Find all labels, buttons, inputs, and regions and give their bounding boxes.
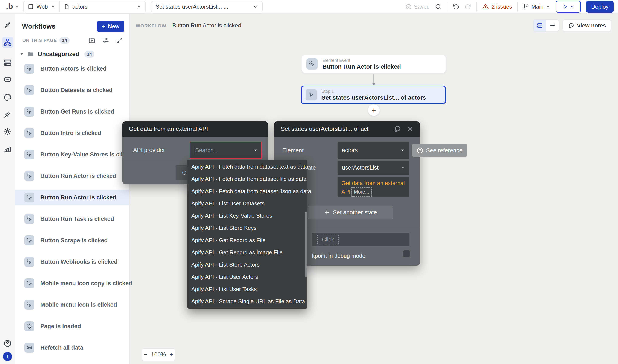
view-notes-button[interactable]: View notes — [563, 19, 611, 32]
save-status: Saved — [405, 3, 430, 10]
workflow-list-item[interactable]: Button Scrape is clicked — [15, 233, 129, 248]
close-icon[interactable] — [407, 126, 413, 132]
workflow-list-item[interactable]: Mobile menu icon copy is clicked — [15, 275, 129, 291]
expand-icon[interactable] — [116, 37, 123, 44]
api-provider-option[interactable]: Apify API - Fetch data from dataset file… — [187, 173, 307, 185]
styles-palette-icon[interactable] — [3, 93, 12, 102]
workflow-list-item[interactable]: Button Run Actor is clicked — [15, 168, 129, 184]
workflow-list-item[interactable]: Page is loaded — [15, 318, 129, 334]
help-icon[interactable] — [3, 339, 12, 348]
api-provider-option-label: Apify API - List User Tasks — [191, 286, 257, 293]
folder-row-uncategorized[interactable]: Uncategorized 14 — [19, 48, 94, 60]
dropdown-scrollbar-thumb[interactable] — [305, 212, 307, 277]
folder-icon — [27, 51, 34, 58]
workflow-breadcrumb-label: WORKFLOW: — [136, 23, 168, 29]
workflow-list-item[interactable]: Button Datasets is clicked — [15, 82, 129, 98]
platform-selector[interactable]: Web — [24, 1, 59, 12]
api-provider-option[interactable]: Apify API - List User Datasets — [187, 197, 307, 210]
api-provider-option-label: Apify API - List Store Actors — [191, 261, 260, 268]
api-provider-dropdown[interactable] — [190, 142, 262, 159]
workflow-selector[interactable]: Set states userActorsList... ... — [151, 1, 263, 13]
new-workflow-button[interactable]: + New — [97, 21, 124, 32]
see-reference-button[interactable]: See reference — [412, 144, 467, 157]
settings-gear-icon[interactable] — [3, 127, 12, 136]
value-expression-text[interactable]: Get data from an external API — [342, 180, 405, 195]
caret-down-icon[interactable] — [19, 51, 25, 57]
page-label: actors — [72, 3, 88, 10]
condition-field[interactable]: Click — [312, 233, 409, 246]
folder-count-badge: 14 — [84, 51, 94, 57]
add-folder-icon[interactable] — [88, 37, 96, 44]
logo-menu-chevron-icon[interactable] — [14, 4, 20, 9]
workflow-item-label: Button Run Actor is clicked — [40, 173, 116, 180]
set-states-dialog-header[interactable]: Set states userActorsList... of act — [274, 121, 420, 136]
api-provider-option[interactable]: Apify API - List Key-Value Stores — [187, 210, 307, 222]
search-icon[interactable] — [435, 3, 442, 10]
data-database-icon[interactable] — [3, 75, 12, 85]
deploy-button[interactable]: Deploy — [586, 1, 614, 13]
api-provider-option[interactable]: Apify API - Get Record as File — [187, 234, 307, 246]
bubble-logo[interactable]: .b — [6, 2, 13, 11]
workflow-list-item[interactable]: Button Key-Value Stores is clicked — [15, 147, 129, 162]
workflow-list-item[interactable]: Button Webhooks is clicked — [15, 254, 129, 270]
breakpoint-label-fragment: kpoint in debug mode — [312, 253, 366, 259]
set-another-state-button[interactable]: Set another state — [308, 206, 393, 219]
api-provider-search-input[interactable] — [195, 147, 253, 154]
logs-chart-icon[interactable] — [3, 144, 12, 154]
workflow-item-label: Button Scrape is clicked — [40, 237, 108, 244]
api-provider-option[interactable]: Apify API - Fetch data from dataset text… — [187, 161, 307, 173]
workflow-list-item[interactable]: Button Intro is clicked — [15, 125, 129, 141]
workflows-sitemap-icon[interactable] — [3, 38, 12, 47]
workflow-item-label: Button Webhooks is clicked — [40, 259, 118, 265]
api-provider-option[interactable]: Apify API - Fetch data from dataset Json… — [187, 185, 307, 197]
issues-indicator[interactable]: 2 issues — [482, 3, 512, 10]
branch-selector[interactable]: Main — [523, 3, 550, 10]
element-select[interactable]: actors — [338, 142, 409, 159]
list-view-button[interactable] — [546, 20, 559, 31]
click-placeholder[interactable]: Click — [317, 235, 339, 245]
add-step-button[interactable]: + — [368, 104, 380, 116]
comment-bubble-icon[interactable] — [394, 125, 401, 133]
chevron-down-icon — [136, 4, 142, 9]
workflow-breadcrumb-title: Button Run Actor is clicked — [172, 22, 241, 29]
workflow-list-item[interactable]: Button Get Runs is clicked — [15, 104, 129, 119]
zoom-out-button[interactable]: − — [143, 351, 148, 358]
api-provider-option[interactable]: Apify API - List Store Actors — [187, 259, 307, 271]
filter-sliders-icon[interactable] — [102, 37, 109, 44]
workflow-list-item[interactable]: Button Run Task is clicked — [15, 211, 129, 227]
workflow-item-icon-chip — [25, 128, 34, 138]
breakpoint-checkbox[interactable] — [403, 250, 410, 257]
more-button[interactable]: More... — [351, 187, 372, 197]
undo-icon[interactable] — [452, 3, 459, 10]
step-card-selected[interactable]: Step 1 Set states userActorsList... of a… — [301, 86, 446, 104]
api-provider-option[interactable]: Apify API - Scrape Single URL as File as… — [187, 295, 307, 308]
zoom-in-button[interactable]: + — [169, 351, 174, 358]
api-provider-option[interactable]: Apify API - List User Tasks — [187, 283, 307, 295]
state-value-expression[interactable]: Get data from an external APIMore... — [338, 177, 409, 197]
workflow-item-icon-chip — [25, 171, 34, 181]
workflow-list-item[interactable]: Button Run Actor is clicked — [15, 190, 129, 205]
check-circle-icon — [405, 3, 412, 10]
cards-view-button[interactable] — [534, 20, 546, 31]
user-avatar[interactable]: I — [3, 352, 12, 361]
workflow-list-item[interactable]: Button Actors is clicked — [15, 61, 129, 77]
api-provider-option[interactable]: Apify API - Get Record as Image File — [187, 246, 307, 259]
custom-state-select[interactable]: userActorsList — [338, 160, 409, 175]
api-provider-option[interactable]: Apify API - List User Actors — [187, 271, 307, 283]
event-card[interactable]: Element Event Button Run Actor is clicke… — [302, 55, 446, 73]
page-selector[interactable]: actors — [59, 1, 145, 12]
preview-button[interactable] — [555, 1, 581, 13]
external-api-dialog-header[interactable]: Get data from an external API — [122, 121, 268, 136]
design-pencil-icon[interactable] — [3, 20, 12, 30]
plugins-plug-icon[interactable] — [3, 110, 12, 119]
panel-title: Workflows — [22, 23, 55, 30]
api-provider-option-label: Apify API - List User Datasets — [191, 200, 264, 207]
responsive-rows-icon[interactable] — [3, 58, 12, 67]
api-provider-option[interactable]: Apify API - List Store Keys — [187, 222, 307, 234]
redo-icon[interactable] — [464, 3, 471, 10]
workflow-item-label: Button Actors is clicked — [40, 65, 106, 72]
dropdown-triangle-icon — [401, 166, 405, 170]
workflow-list-item[interactable]: Mobile menu icon is clicked — [15, 297, 129, 313]
element-select-value: actors — [342, 147, 358, 154]
workflow-list-item[interactable]: Refetch all data — [15, 340, 129, 356]
